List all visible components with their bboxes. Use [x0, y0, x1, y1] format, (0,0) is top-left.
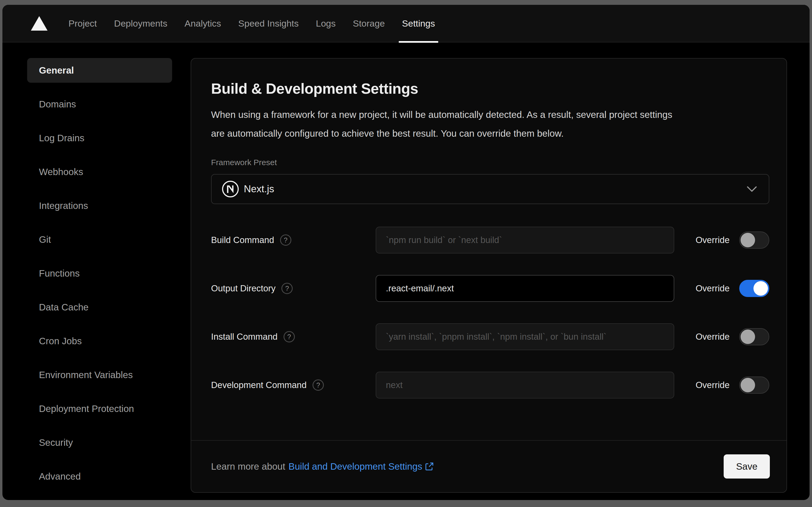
build-command-override-toggle[interactable]	[739, 231, 769, 249]
sidebar-item-webhooks[interactable]: Webhooks	[27, 160, 172, 184]
card-footer: Learn more about Build and Development S…	[191, 440, 787, 492]
development-command-row: Development Command ? Override	[211, 372, 769, 398]
section-description: When using a framework for a new project…	[211, 105, 684, 143]
build-command-row: Build Command ? Override	[211, 227, 769, 253]
sidebar-item-log-drains[interactable]: Log Drains	[27, 126, 172, 150]
install-command-row: Install Command ? Override	[211, 323, 769, 350]
sidebar-item-git[interactable]: Git	[27, 227, 172, 252]
sidebar-item-cron-jobs[interactable]: Cron Jobs	[27, 329, 172, 353]
sidebar-item-deployment-protection[interactable]: Deployment Protection	[27, 396, 172, 421]
help-icon[interactable]: ?	[312, 380, 324, 391]
tab-settings[interactable]: Settings	[402, 5, 435, 42]
chevron-down-icon	[747, 186, 757, 192]
override-label: Override	[695, 283, 730, 293]
nextjs-logo-icon	[222, 180, 239, 198]
output-directory-input[interactable]	[375, 275, 674, 302]
page-title: Build & Development Settings	[211, 80, 769, 97]
help-icon[interactable]: ?	[280, 234, 291, 246]
install-command-label: Install Command	[211, 332, 278, 342]
save-button[interactable]: Save	[723, 454, 770, 478]
sidebar-item-functions[interactable]: Functions	[27, 261, 172, 286]
help-icon[interactable]: ?	[284, 331, 295, 342]
output-directory-row: Output Directory ? Override	[211, 275, 769, 302]
top-nav: Project Deployments Analytics Speed Insi…	[2, 5, 810, 43]
tab-logs[interactable]: Logs	[316, 5, 336, 42]
tab-deployments[interactable]: Deployments	[114, 5, 167, 42]
install-command-input[interactable]	[375, 323, 674, 350]
sidebar-item-advanced[interactable]: Advanced	[27, 464, 172, 489]
framework-preset-value: Next.js	[244, 183, 274, 195]
learn-more-text: Learn more about	[211, 461, 285, 472]
sidebar-item-environment-variables[interactable]: Environment Variables	[27, 362, 172, 387]
build-command-input[interactable]	[375, 227, 674, 253]
output-directory-override-toggle[interactable]	[739, 280, 769, 297]
tab-speed-insights[interactable]: Speed Insights	[238, 5, 299, 42]
framework-preset-label: Framework Preset	[211, 158, 769, 167]
build-command-label: Build Command	[211, 235, 274, 245]
development-command-override-toggle[interactable]	[739, 377, 769, 394]
vercel-logo-icon[interactable]	[31, 16, 48, 31]
development-command-input[interactable]	[375, 372, 674, 398]
tab-analytics[interactable]: Analytics	[184, 5, 221, 42]
tab-storage[interactable]: Storage	[353, 5, 385, 42]
sidebar-item-general[interactable]: General	[27, 58, 172, 83]
sidebar-item-security[interactable]: Security	[27, 430, 172, 455]
sidebar-item-data-cache[interactable]: Data Cache	[27, 295, 172, 320]
help-icon[interactable]: ?	[281, 283, 293, 294]
settings-sidebar: General Domains Log Drains Webhooks Inte…	[2, 43, 172, 500]
content-area: General Domains Log Drains Webhooks Inte…	[2, 43, 810, 500]
sidebar-item-domains[interactable]: Domains	[27, 92, 172, 117]
override-label: Override	[695, 380, 730, 390]
development-command-label: Development Command	[211, 380, 307, 390]
override-label: Override	[695, 235, 730, 245]
framework-preset-select[interactable]: Next.js	[211, 174, 769, 204]
build-settings-docs-link[interactable]: Build and Development Settings	[288, 461, 434, 472]
sidebar-item-integrations[interactable]: Integrations	[27, 193, 172, 218]
main-panel: Build & Development Settings When using …	[172, 43, 810, 500]
output-directory-label: Output Directory	[211, 283, 276, 293]
tab-project[interactable]: Project	[68, 5, 97, 42]
app-window: Project Deployments Analytics Speed Insi…	[2, 5, 810, 500]
override-label: Override	[695, 332, 730, 342]
install-command-override-toggle[interactable]	[739, 328, 769, 345]
external-link-icon	[425, 462, 434, 471]
build-settings-card: Build & Development Settings When using …	[191, 58, 787, 493]
